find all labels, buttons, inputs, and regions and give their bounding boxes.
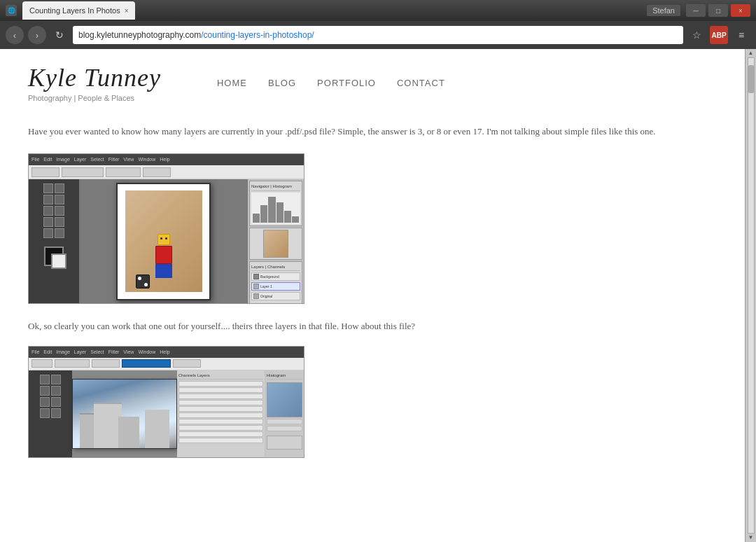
main-content: Have you ever wanted to know how many la… bbox=[0, 109, 745, 472]
page-scrollbar[interactable]: ▲ ▼ bbox=[745, 49, 756, 542]
close-button[interactable]: × bbox=[731, 4, 750, 17]
url-path: /counting-layers-in-photoshop/ bbox=[201, 30, 314, 40]
url-input[interactable]: blog.kyletunneyphotography.com /counting… bbox=[73, 26, 683, 44]
ps2-right-panels: Channels Layers bbox=[177, 370, 304, 457]
back-button[interactable]: ‹ bbox=[6, 26, 24, 44]
site-logo-name[interactable]: Kyle Tunney bbox=[28, 63, 161, 92]
ps-image-canvas bbox=[116, 183, 211, 300]
window-controls: ─ □ × bbox=[686, 4, 750, 17]
intro-paragraph: Have you ever wanted to know how many la… bbox=[28, 123, 717, 139]
tab-title: Counting Layers In Photos bbox=[29, 6, 120, 15]
ps2-body: Channels Layers bbox=[29, 370, 304, 457]
browser-tab[interactable]: Counting Layers In Photos × bbox=[22, 1, 135, 20]
forward-button[interactable]: › bbox=[28, 26, 46, 44]
photoshop-screenshot-1: FileEditImageLayerSelectFilterViewWindow… bbox=[28, 153, 304, 304]
user-name: Stefan bbox=[647, 5, 680, 16]
adblock-button[interactable]: ABP bbox=[710, 26, 728, 44]
ps2-city-image bbox=[72, 379, 177, 449]
ps2-menu-bar: FileEditImageLayerSelectFilterViewWindow… bbox=[29, 347, 304, 358]
scroll-thumb[interactable] bbox=[748, 65, 754, 93]
ps-right-panels: Navigator | Histogram bbox=[248, 179, 304, 303]
nav-item-portfolio[interactable]: PORTFOLIO bbox=[317, 78, 376, 88]
minimize-button[interactable]: ─ bbox=[686, 4, 706, 17]
ps2-tools bbox=[29, 370, 72, 457]
maximize-button[interactable]: □ bbox=[708, 4, 728, 17]
site-header: Kyle Tunney Photography | People & Place… bbox=[0, 49, 745, 109]
browser-content: Kyle Tunney Photography | People & Place… bbox=[0, 49, 756, 542]
url-base: blog.kyletunneyphotography.com bbox=[78, 30, 201, 40]
ps-canvas bbox=[79, 179, 248, 303]
bookmark-star-icon[interactable]: ☆ bbox=[687, 26, 706, 44]
refresh-button[interactable]: ↻ bbox=[50, 26, 69, 44]
logo-area: Kyle Tunney Photography | People & Place… bbox=[28, 63, 161, 102]
ps-menu-bar: FileEditImageLayerSelectFilterViewWindow… bbox=[29, 154, 304, 165]
scroll-track[interactable] bbox=[748, 57, 755, 534]
browser-menu-icon[interactable]: ≡ bbox=[732, 26, 750, 44]
site-nav: HOME BLOG PORTFOLIO CONTACT bbox=[217, 78, 445, 88]
second-paragraph: Ok, so clearly you can work that one out… bbox=[28, 318, 717, 334]
address-bar: ‹ › ↻ blog.kyletunneyphotography.com /co… bbox=[0, 21, 756, 49]
browser-icon: 🌐 bbox=[6, 5, 17, 16]
site-logo-tagline: Photography | People & Places bbox=[28, 94, 161, 102]
scroll-down-icon[interactable]: ▼ bbox=[748, 535, 754, 541]
title-bar: 🌐 Counting Layers In Photos × Stefan ─ □… bbox=[0, 0, 756, 21]
ps2-toolbar bbox=[29, 358, 304, 370]
nav-item-home[interactable]: HOME bbox=[217, 78, 247, 88]
nav-item-contact[interactable]: CONTACT bbox=[397, 78, 445, 88]
close-tab-icon[interactable]: × bbox=[125, 7, 129, 15]
nav-item-blog[interactable]: BLOG bbox=[268, 78, 296, 88]
ps2-canvas bbox=[72, 370, 177, 457]
page-content: Kyle Tunney Photography | People & Place… bbox=[0, 49, 745, 542]
ps-tools-panel bbox=[29, 179, 79, 303]
ps-toolbar bbox=[29, 165, 304, 179]
scroll-up-icon[interactable]: ▲ bbox=[748, 50, 754, 56]
website: Kyle Tunney Photography | People & Place… bbox=[0, 49, 756, 542]
photoshop-screenshot-2: FileEditImageLayerSelectFilterViewWindow… bbox=[28, 346, 304, 458]
